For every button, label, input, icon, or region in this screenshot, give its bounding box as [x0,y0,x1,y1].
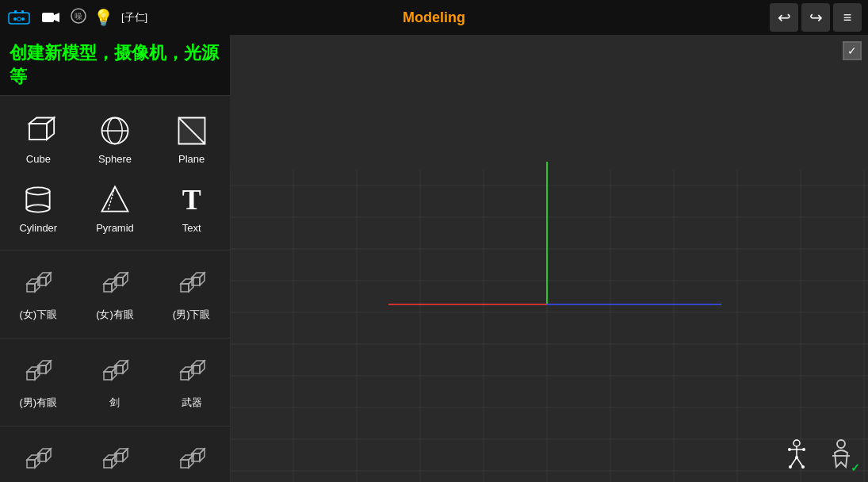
svg-rect-0 [9,13,29,24]
model-pure-icon [96,442,134,480]
shape-grid: Cube Sphere Plane [0,96,230,251]
svg-point-113 [795,456,798,459]
svg-marker-31 [104,284,112,292]
channel-icon: 噪 [70,7,87,29]
redo-button[interactable]: ↪ [801,3,830,32]
svg-marker-12 [47,118,54,140]
text-icon: T [173,181,211,219]
model-sword-icon [96,354,134,392]
person-figure-button[interactable]: ✓ [822,436,860,474]
menu-button[interactable]: ≡ [833,3,862,32]
svg-text:噪: 噪 [75,12,82,21]
svg-marker-54 [123,361,128,373]
model-grass[interactable]: 草地 [153,434,230,482]
svg-marker-7 [54,13,59,22]
svg-marker-18 [178,118,205,144]
cube-button[interactable]: Cube [0,104,77,173]
sidebar: 创建新模型，摄像机，光源等 Cube Sphere [0,35,230,482]
svg-point-111 [789,465,792,469]
svg-rect-6 [42,13,54,22]
lightbulb-icon: 💡 [94,8,113,27]
sphere-label: Sphere [98,153,132,165]
model-female-lower-eye-label: (女)下眼 [19,308,57,322]
pyramid-icon [96,181,134,219]
svg-marker-61 [27,460,35,468]
svg-marker-48 [46,361,51,373]
cylinder-label: Cylinder [19,222,57,234]
svg-point-19 [27,187,50,194]
skeleton-figure-button[interactable] [778,436,816,474]
svg-line-107 [790,457,797,467]
plane-icon [173,112,211,150]
model-sword[interactable]: 剑 [77,346,154,418]
model-male-eye-label: (男)有眼 [19,396,57,410]
svg-marker-67 [104,460,112,468]
channel-name: [子仁] [121,10,147,25]
cube-label: Cube [26,153,51,165]
svg-rect-1 [14,10,17,13]
model-weapon-label: 武器 [182,396,202,410]
svg-marker-72 [123,449,128,461]
model-male-lower-eye-label: (男)下眼 [173,308,211,322]
svg-line-108 [797,457,803,467]
cylinder-button[interactable]: Cylinder [0,173,77,242]
svg-rect-2 [21,10,24,13]
svg-point-3 [13,17,17,21]
svg-marker-10 [29,124,47,140]
svg-marker-60 [200,361,205,373]
bilibili-logo-icon [6,5,32,30]
bottom-toolbar: ✓ [778,436,860,474]
model-female-eye-label: (女)有眼 [96,308,134,322]
video-icon [38,5,63,30]
model-female-eye[interactable]: (女)有眼 [77,258,154,330]
viewport[interactable]: ✓ [230,35,868,482]
model-male-lower-eye-icon [173,266,211,304]
model-weapon-icon [173,354,211,392]
svg-marker-23 [101,187,128,212]
svg-marker-55 [181,372,189,380]
svg-marker-25 [27,284,35,292]
models-row2: (男)有眼 剑 [0,339,230,427]
svg-marker-73 [181,460,189,468]
model-pure[interactable]: 纯模型 [77,434,154,482]
viewport-grid [230,35,868,482]
header-title: Modeling [403,10,465,26]
models-row1: (女)下眼 (女)有眼 [0,251,230,339]
svg-rect-5 [17,17,21,21]
svg-marker-37 [181,284,189,292]
model-sword-label: 剑 [109,396,120,410]
svg-point-112 [801,465,805,469]
svg-point-110 [802,448,805,451]
sphere-button[interactable]: Sphere [77,104,154,173]
undo-button[interactable]: ↩ [770,3,798,32]
header-right: ↩ ↪ ≡ [770,3,868,32]
svg-point-109 [788,448,791,451]
svg-point-104 [793,440,800,446]
model-female-lower-eye-icon [19,266,57,304]
cylinder-icon [19,181,57,219]
plane-label: Plane [178,153,205,165]
sphere-icon [96,112,134,150]
models-row3: 珍珠 纯模型 [0,427,230,482]
model-grass-icon [173,442,211,480]
header-left: 噪 💡 [子仁] [0,5,770,30]
subtitle-bar: 创建新模型，摄像机，光源等 [0,35,230,96]
model-male-eye-icon [19,354,57,392]
svg-marker-78 [200,449,205,461]
svg-marker-36 [123,273,128,285]
svg-marker-49 [104,372,112,380]
header: 噪 💡 [子仁] Modeling ↩ ↪ ≡ [0,0,868,35]
svg-rect-79 [230,35,868,482]
svg-marker-42 [200,273,205,285]
plane-button[interactable]: Plane [153,104,230,173]
text-button[interactable]: T Text [153,173,230,242]
model-weapon[interactable]: 武器 [153,346,230,418]
model-male-eye[interactable]: (男)有眼 [0,346,77,418]
model-male-lower-eye[interactable]: (男)下眼 [153,258,230,330]
cube-icon [19,112,57,150]
pyramid-button[interactable]: Pyramid [77,173,154,242]
viewport-checkbox[interactable] [843,41,862,60]
model-pearl[interactable]: 珍珠 [0,434,77,482]
model-female-eye-icon [96,266,134,304]
model-female-lower-eye[interactable]: (女)下眼 [0,258,77,330]
